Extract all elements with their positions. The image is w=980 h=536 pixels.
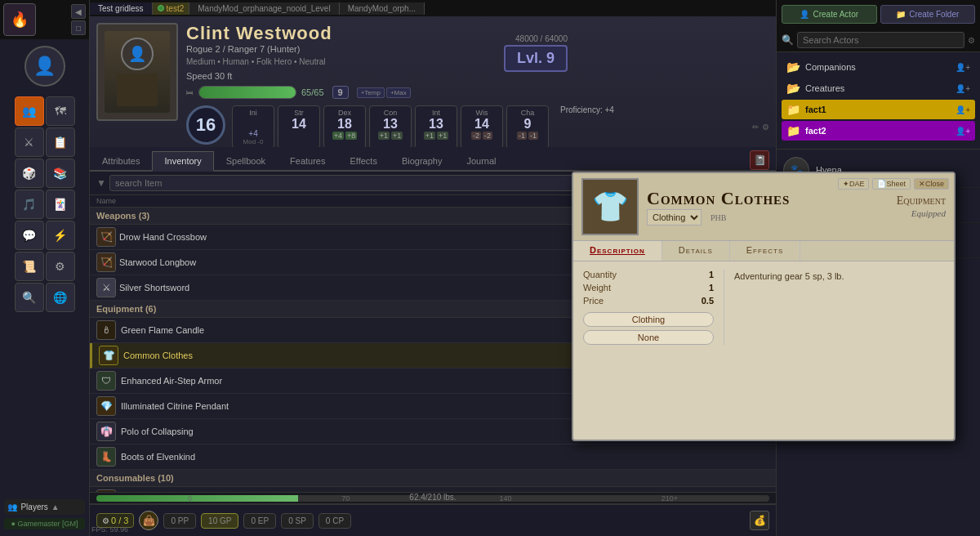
divider <box>777 149 980 150</box>
tab-attributes[interactable]: Attributes <box>90 151 152 170</box>
edit-icon[interactable]: ✏ <box>752 123 759 132</box>
section-consumables[interactable]: Consumables (10) <box>90 470 776 487</box>
sidebar-btn-compendium[interactable]: 📚 <box>46 159 75 188</box>
actor-search-input[interactable] <box>797 32 964 48</box>
create-folder-btn[interactable]: 📁 Create Folder <box>880 5 976 24</box>
tab-test-gridless[interactable]: Test gridless <box>90 2 153 15</box>
folder-add-icon[interactable]: 👤+ <box>956 105 970 114</box>
sidebar-btn-settings[interactable]: ⚙ <box>46 252 75 281</box>
filter-icon: ▼ <box>96 177 106 189</box>
loot-icon[interactable]: 💰 <box>750 511 769 530</box>
folder-name: fact1 <box>805 105 951 114</box>
character-speed: Speed 30 ft <box>186 71 769 81</box>
level-badge: Lvl. 9 <box>504 45 568 72</box>
tab-journal[interactable]: Journal <box>454 151 508 170</box>
sidebar-btn-chat[interactable]: 💬 <box>15 221 44 250</box>
max-hp-btn[interactable]: +Max <box>386 87 411 98</box>
stat-con: Con 13 +1 +1 <box>369 105 412 149</box>
col-name-header: Name <box>96 197 583 205</box>
modal-title: Common Clothes <box>647 188 889 209</box>
pp-box: 0 PP <box>163 513 196 529</box>
gear-icon: ⚙ <box>102 516 109 525</box>
person-icon: 👤 <box>800 10 809 19</box>
xp-text: 48000 / 64000 <box>504 34 568 43</box>
folder-add-icon[interactable]: 👤+ <box>956 127 970 136</box>
modal-category-select[interactable]: Clothing <box>647 209 702 226</box>
tag-clothing[interactable]: Clothing <box>583 312 714 327</box>
folder-add-icon[interactable]: 👤+ <box>956 84 970 93</box>
player-avatar[interactable]: 👤 <box>24 46 65 87</box>
left-sidebar: 🔥 ◀ □ 👤 👥 🗺 ⚔ 📋 🎲 📚 🎵 🃏 💬 ⚡ <box>0 0 90 536</box>
item-icon: 👢 <box>96 447 116 467</box>
item-icon: 💎 <box>96 396 116 416</box>
item-icon: 🕯 <box>96 320 116 340</box>
tab-level[interactable]: MandyMod_orphanage_nooid_Level <box>189 2 339 15</box>
tab-test2[interactable]: test2 <box>153 2 190 15</box>
modal-item-image: 👕 <box>581 178 639 235</box>
folder-add-icon[interactable]: 👤+ <box>956 63 970 72</box>
tab-inventory[interactable]: Inventory <box>152 151 213 172</box>
item-icon: 👕 <box>99 346 118 365</box>
gp-box: 10 GP <box>201 513 238 529</box>
hp-fill <box>199 87 296 98</box>
modal-close-btn[interactable]: ✕Close <box>914 178 949 190</box>
search-icon: 🔍 <box>782 34 794 46</box>
settings-icon[interactable]: ⚙ <box>762 123 769 132</box>
collapse-btn[interactable]: ◀ <box>71 4 86 19</box>
modal-source: PHB <box>710 213 726 222</box>
sidebar-btn-actors[interactable]: 👥 <box>15 96 44 126</box>
rp-header: 👤 Create Actor 📁 Create Folder <box>777 0 980 29</box>
inv-search-input[interactable] <box>109 175 627 191</box>
tab-biography[interactable]: Biography <box>390 151 455 170</box>
folder-companions[interactable]: 📂 Companions 👤+ <box>782 57 975 77</box>
modal-tab-description[interactable]: Description <box>573 241 662 261</box>
sp-box: 0 SP <box>281 513 314 529</box>
create-actor-btn[interactable]: 👤 Create Actor <box>782 5 877 24</box>
tab-spellbook[interactable]: Spellbook <box>214 151 278 170</box>
tab-orph[interactable]: MandyMod_orph... <box>340 2 425 15</box>
sidebar-tools: 👥 🗺 ⚔ 📋 🎲 📚 🎵 🃏 💬 ⚡ 📜 ⚙ 🔍 🌐 <box>0 93 89 315</box>
cp-box: 0 CP <box>318 513 351 529</box>
tab-features[interactable]: Features <box>278 151 337 170</box>
weight-bar-row: 0 70 140 210+ <box>90 492 776 503</box>
tag-none[interactable]: None <box>583 330 714 345</box>
expand-btn[interactable]: □ <box>71 20 86 35</box>
modal-tab-details[interactable]: Details <box>662 241 730 261</box>
character-portrait: 👤 <box>96 23 178 121</box>
folder-fact1[interactable]: 📁 fact1 👤+ <box>782 100 975 119</box>
sidebar-btn-combat[interactable]: ⚡ <box>46 221 75 250</box>
list-item: 👢 Boots of Elvenkind <box>90 444 776 470</box>
modal-sheet-btn[interactable]: 📄Sheet <box>872 178 911 190</box>
journal-icon[interactable]: 📓 <box>750 150 769 170</box>
sidebar-btn-map[interactable]: 🗺 <box>46 96 75 126</box>
stat-wis: Wis 14 -2 -2 <box>461 105 503 149</box>
sidebar-btn-support[interactable]: 🌐 <box>46 283 75 312</box>
hp-temp: 9 <box>332 86 349 99</box>
sidebar-btn-rollables[interactable]: 🎲 <box>15 159 44 188</box>
modal-tab-effects[interactable]: Effects <box>730 241 800 261</box>
sidebar-btn-journal[interactable]: 📋 <box>46 127 75 157</box>
sidebar-btn-macro[interactable]: 📜 <box>15 252 44 281</box>
modal-desc-text: Adventuring gear 5 sp, 3 lb. <box>734 270 944 284</box>
item-icon: 🏹 <box>96 227 116 247</box>
sidebar-btn-items[interactable]: ⚔ <box>15 127 44 157</box>
modal-dae-btn[interactable]: ✦DAE <box>838 178 870 190</box>
search-settings-icon[interactable]: ⚙ <box>968 36 975 45</box>
folder-icon: 📁 <box>896 10 906 19</box>
folder-fact2[interactable]: 📁 fact2 👤+ <box>782 121 975 141</box>
sidebar-btn-search[interactable]: 🔍 <box>15 283 44 312</box>
modal-tabs: Description Details Effects <box>573 241 954 261</box>
game-logo[interactable]: 🔥 <box>3 3 36 36</box>
character-header: 👤 Clint Westwood Rogue 2 / Ranger 7 (Hun… <box>90 16 776 163</box>
folder-creatures[interactable]: 📂 Creatures 👤+ <box>782 78 975 98</box>
sidebar-btn-audio[interactable]: 🎵 <box>15 190 44 219</box>
loot-btn[interactable]: 💰 <box>750 511 769 530</box>
temp-hp-btn[interactable]: +Temp <box>357 87 385 98</box>
modal-item-type: Common Clothes Clothing PHB <box>647 188 889 226</box>
character-class: Rogue 2 / Ranger 7 (Hunter) <box>186 44 769 54</box>
item-icon: ⚔ <box>96 278 116 297</box>
tab-effects[interactable]: Effects <box>337 151 389 170</box>
players-section[interactable]: 👥 Players ▲ <box>4 499 84 515</box>
sidebar-btn-cards[interactable]: 🃏 <box>46 190 75 219</box>
bag-icon[interactable]: 👜 <box>139 511 158 530</box>
